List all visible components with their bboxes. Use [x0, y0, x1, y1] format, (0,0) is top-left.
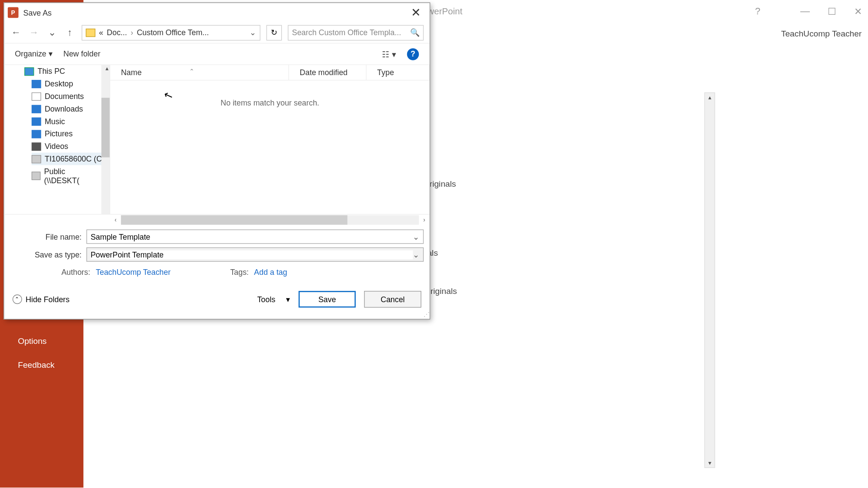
scroll-down-icon[interactable]: ▾: [708, 458, 711, 468]
empty-message: No items match your search.: [110, 80, 430, 107]
savetype-select[interactable]: ⌄: [86, 247, 424, 262]
help-icon[interactable]: ?: [755, 6, 760, 17]
chevron-up-icon: ⌃: [13, 294, 22, 304]
tree-pictures[interactable]: Pictures: [32, 128, 110, 140]
tags-value[interactable]: Add a tag: [254, 267, 287, 277]
search-box[interactable]: Search Custom Office Templa... 🔍: [288, 25, 424, 40]
resize-grip-icon[interactable]: ⋰: [424, 311, 428, 318]
savetype-label: Save as type:: [28, 250, 87, 259]
view-menu[interactable]: ☷ ▾: [382, 49, 396, 59]
save-button[interactable]: Save: [299, 291, 356, 307]
tools-menu[interactable]: Tools ▾: [257, 295, 290, 304]
authors-value[interactable]: TeachUcomp Teacher: [96, 267, 171, 277]
hide-folders-button[interactable]: ⌃ Hide Folders: [13, 294, 69, 304]
address-crumb-2[interactable]: Custom Office Tem...: [137, 28, 209, 37]
filename-input[interactable]: ⌄: [86, 230, 424, 244]
new-folder-button[interactable]: New folder: [63, 49, 100, 59]
filename-dropdown[interactable]: ⌄: [413, 232, 419, 241]
hscroll-thumb[interactable]: [121, 215, 348, 224]
tree-scrollbar[interactable]: [101, 65, 109, 214]
file-list[interactable]: Name⌃ Date modified Type No items match …: [110, 65, 430, 214]
dialog-title: Save As: [23, 8, 52, 17]
tree-desktop[interactable]: Desktop: [32, 77, 110, 90]
search-icon[interactable]: 🔍: [410, 28, 420, 37]
address-ellipsis[interactable]: «: [99, 28, 103, 37]
organize-menu[interactable]: Organize ▾: [15, 49, 53, 59]
tree-music[interactable]: Music: [32, 115, 110, 128]
maximize-button[interactable]: ☐: [828, 6, 836, 17]
folder-icon: [86, 28, 95, 36]
address-dropdown[interactable]: ⌄: [250, 28, 256, 37]
savetype-dropdown[interactable]: ⌄: [413, 250, 419, 259]
tree-scroll-up[interactable]: ▴: [105, 65, 108, 72]
scroll-up-icon[interactable]: ▴: [708, 93, 711, 102]
nav-back-button[interactable]: ←: [10, 27, 22, 38]
authors-label: Authors:: [61, 267, 90, 277]
column-type[interactable]: Type: [366, 65, 430, 80]
address-crumb-1[interactable]: Doc...: [107, 28, 127, 37]
minimize-button[interactable]: —: [800, 6, 810, 17]
content-scrollbar[interactable]: ▴ ▾: [704, 92, 715, 468]
column-name[interactable]: Name⌃: [110, 65, 289, 80]
column-date[interactable]: Date modified: [289, 65, 366, 80]
tree-this-pc[interactable]: This PC: [24, 65, 109, 78]
refresh-button[interactable]: ↻: [266, 25, 282, 40]
nav-history-dropdown[interactable]: ⌄: [46, 27, 58, 38]
tags-label: Tags:: [230, 267, 249, 277]
tree-drive-c[interactable]: TI10658600C (C:): [32, 152, 110, 165]
tree-downloads[interactable]: Downloads: [32, 102, 110, 115]
cancel-button[interactable]: Cancel: [364, 291, 421, 307]
nav-up-button[interactable]: ↑: [64, 27, 76, 38]
list-hscrollbar[interactable]: ‹ ›: [4, 214, 430, 225]
help-button[interactable]: ?: [407, 48, 419, 60]
hscroll-left[interactable]: ‹: [110, 216, 121, 223]
tree-documents[interactable]: Documents: [32, 90, 110, 102]
filename-label: File name:: [28, 232, 87, 241]
hscroll-right[interactable]: ›: [419, 216, 430, 223]
tree-public-share[interactable]: Public (\\DESKT(⌄: [32, 165, 110, 186]
folder-tree[interactable]: This PC Desktop Documents Downloads Musi…: [4, 65, 110, 214]
save-as-dialog: P Save As ✕ ← → ⌄ ↑ « Doc... › Custom Of…: [3, 2, 430, 319]
chevron-right-icon[interactable]: ›: [131, 28, 133, 37]
close-dialog-button[interactable]: ✕: [406, 5, 426, 20]
close-app-button[interactable]: ✕: [854, 6, 862, 17]
tree-videos[interactable]: Videos: [32, 140, 110, 153]
powerpoint-icon: P: [8, 7, 19, 18]
search-placeholder: Search Custom Office Templa...: [292, 28, 401, 37]
account-user[interactable]: TeachUcomp Teacher: [781, 29, 862, 38]
address-bar[interactable]: « Doc... › Custom Office Tem... ⌄: [82, 25, 260, 40]
sidebar-feedback[interactable]: Feedback: [0, 353, 83, 377]
sidebar-options[interactable]: Options: [0, 329, 83, 353]
nav-forward-button[interactable]: →: [28, 27, 40, 38]
